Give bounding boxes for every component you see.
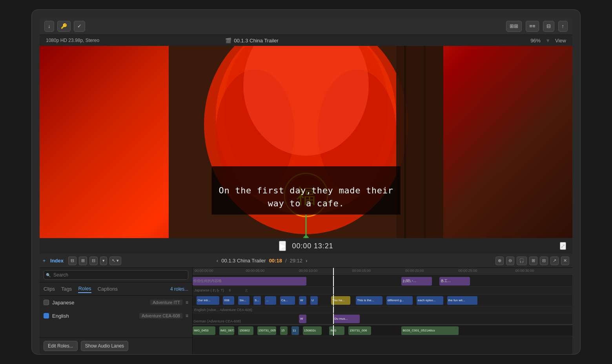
clip-b028[interactable]: B028_C001_0521A6cs <box>401 326 458 335</box>
tl-clip-btn[interactable]: ⊟ <box>540 257 548 265</box>
role-row-japanese: Japanese Adventure ITT ≡ <box>40 296 192 309</box>
search-wrap <box>44 270 188 280</box>
svg-rect-15 <box>424 46 426 238</box>
timecode-display: 00:00 13:21 <box>292 242 333 250</box>
fullscreen-button[interactable]: ⤢ <box>560 242 566 250</box>
eng-clip-diff[interactable]: different g... <box>386 296 413 305</box>
english-row-labels: English (Adve... Adventure CEA-608) <box>193 308 252 312</box>
role-row-english: English Adventure CEA-608 ≡ <box>40 309 192 322</box>
eng-clip-thisis[interactable]: This is the... <box>356 296 382 305</box>
viewer-meta-right: 96% ▼ View <box>530 38 566 44</box>
japanese-role-menu-icon[interactable]: ≡ <box>186 300 188 305</box>
laptop-outer: ↓ 🔑 ✓ ⊞⊞ ≡≡ ⊟ ↑ 1080p HD 23.98p, Stereo … <box>31 9 581 355</box>
tab-roles[interactable]: Roles <box>78 285 91 293</box>
tl-audio-btn[interactable]: 🎧 <box>517 257 527 265</box>
clip-15[interactable]: 15 <box>280 326 288 335</box>
eng-clip-six[interactable]: Six... <box>238 296 250 305</box>
english-label-row: English (Adve... Adventure CEA-608) <box>193 306 572 313</box>
tl-btn-2[interactable]: ⊞ <box>79 257 87 265</box>
tl-select-btn[interactable]: ↖ ▾ <box>109 257 121 265</box>
edit-roles-button[interactable]: Edit Roles... <box>44 341 78 351</box>
left-panel: Clips Tags Roles Captions 4 roles... Jap… <box>40 268 193 354</box>
tl-time-total: 29:12 <box>290 258 303 264</box>
toolbar-left: ↓ 🔑 ✓ <box>44 21 85 32</box>
search-input[interactable] <box>44 270 188 280</box>
left-panel-footer: Edit Roles... Show Audio Lanes <box>40 337 192 354</box>
japanese-track-label: 你但任何的内容格 <box>193 278 222 284</box>
viewer-meta: 1080p HD 23.98p, Stereo 🎬 00.1.3 China T… <box>40 35 572 46</box>
playhead-english-labels <box>333 306 334 313</box>
tl-btn-1[interactable]: ⊟ <box>68 257 76 265</box>
timeline-area: + Index ⊟ ⊞ ⊟ ▾ ↖ ▾ ‹ 00.1.3 China Trail… <box>40 254 572 354</box>
playhead-japanese-labels <box>333 287 334 294</box>
viewer-area: 1080p HD 23.98p, Stereo 🎬 00.1.3 China T… <box>40 35 572 254</box>
time-mark-6: 00:00:30:00 <box>515 269 534 273</box>
eng-clip-u[interactable]: U <box>310 296 318 305</box>
tab-captions[interactable]: Captions <box>98 285 118 293</box>
japanese-clip-3[interactable]: 各工... <box>439 277 470 286</box>
ger-clip-dumu[interactable]: Du mus... <box>333 315 360 323</box>
search-bar <box>40 268 192 282</box>
tab-tags[interactable]: Tags <box>61 285 72 293</box>
viewer-controls: ▶ 00:00 13:21 ⤢ <box>40 238 572 254</box>
clip-11[interactable]: 11 <box>291 326 299 335</box>
ger-clip-w[interactable]: W <box>299 315 306 323</box>
clip-img[interactable]: IMG <box>329 326 344 335</box>
eng-clip-youha[interactable]: You ha... <box>331 296 350 305</box>
tl-next-button[interactable]: › <box>306 258 307 264</box>
zoom-level[interactable]: 96% <box>530 38 541 44</box>
import-button[interactable]: ↓ <box>44 21 54 32</box>
clip-150731-006[interactable]: 150731_006 <box>348 326 371 335</box>
share-button[interactable]: ↑ <box>558 21 568 32</box>
timeline-content: Clips Tags Roles Captions 4 roles... Jap… <box>40 268 572 354</box>
view-button[interactable]: View <box>555 38 566 44</box>
english-role-menu-icon[interactable]: ≡ <box>186 313 188 318</box>
check-button[interactable]: ✓ <box>74 21 85 32</box>
playhead-bottom <box>333 325 334 336</box>
subtitle-text: On the first day,they made their way to … <box>219 186 393 208</box>
japanese-checkbox[interactable] <box>44 300 49 305</box>
eng-clip-fun[interactable]: the fun wit... <box>447 296 477 305</box>
show-audio-lanes-button[interactable]: Show Audio Lanes <box>81 341 128 351</box>
right-tracks: 00:00:00:00 00:00:05:00 00:00:10:00 00:0… <box>193 268 572 354</box>
play-button[interactable]: ▶ <box>279 241 286 251</box>
eng-clip-ca[interactable]: Ca... <box>280 296 295 305</box>
tl-btn-3[interactable]: ⊟ <box>89 257 98 265</box>
playhead-german <box>333 313 334 324</box>
tl-split-btn[interactable]: ⊞ <box>529 257 537 265</box>
clip-img0453[interactable]: IMG_0453 <box>193 326 215 335</box>
tl-btn-4[interactable]: ▾ <box>100 257 107 265</box>
eng-clip-dots[interactable]: ... <box>265 296 276 305</box>
clip-150731-005[interactable]: 150731_005 <box>257 326 276 335</box>
tl-center: ‹ 00.1.3 China Trailer 00:18 / 29:12 › <box>217 258 308 264</box>
tab-clips[interactable]: Clips <box>44 285 55 293</box>
film-icon: 🎬 <box>225 38 231 44</box>
keywords-button[interactable]: 🔑 <box>57 21 71 32</box>
inspector-button[interactable]: ⊟ <box>543 21 554 32</box>
eng-clip-each[interactable]: each episo... <box>417 296 443 305</box>
eng-clip-intro[interactable]: Our intr... <box>197 296 219 305</box>
time-mark-5: 00:00:25:00 <box>459 269 477 273</box>
japanese-clip-2[interactable]: お聞い... <box>401 277 432 286</box>
index-label[interactable]: Index <box>48 257 66 264</box>
roles-count[interactable]: 4 roles... <box>170 286 188 292</box>
list-view-button[interactable]: ≡≡ <box>526 21 539 32</box>
time-ruler: 00:00:00:00 00:00:05:00 00:00:10:00 00:0… <box>193 268 572 276</box>
tl-prev-button[interactable]: ‹ <box>217 258 218 264</box>
eng-clip-s[interactable]: S... <box>253 296 261 305</box>
eng-clip-008[interactable]: 008 <box>223 296 234 305</box>
english-checkbox[interactable] <box>44 313 49 318</box>
tl-zoom-in[interactable]: ⊕ <box>495 257 504 265</box>
time-mark-2: 00:00:10:00 <box>299 269 318 273</box>
clip-150802[interactable]: 150802 <box>238 326 253 335</box>
browser-view-button[interactable]: ⊞⊞ <box>506 21 522 32</box>
tl-export-btn[interactable]: ↗ <box>550 257 559 265</box>
clip-150802c[interactable]: 150802c <box>303 326 322 335</box>
tl-time-pos: 00:18 <box>269 258 282 264</box>
eng-clip-w[interactable]: W <box>299 296 306 305</box>
tl-close-btn[interactable]: ✕ <box>561 257 569 265</box>
japanese-row-labels: Japanese ( れを T) 6 と <box>193 288 248 293</box>
clip-img0873[interactable]: IMG_0873 <box>219 326 235 335</box>
time-mark-3: 00:00:15:00 <box>352 269 371 273</box>
tl-zoom-out[interactable]: ⊖ <box>506 257 514 265</box>
